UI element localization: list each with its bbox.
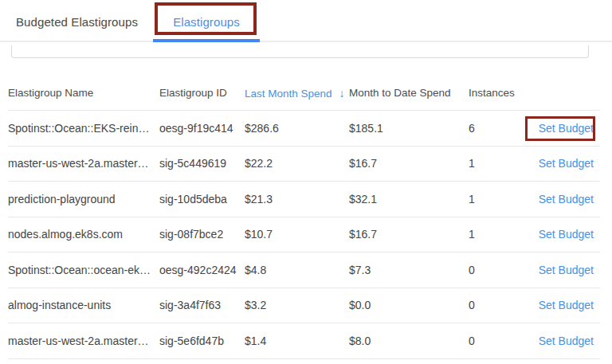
cell-instances: 0: [469, 335, 526, 347]
set-budget-link[interactable]: Set Budget: [539, 122, 594, 135]
set-budget-link[interactable]: Set Budget: [539, 264, 594, 276]
set-budget-link[interactable]: Set Budget: [539, 157, 594, 170]
cell-elastigroup-name: almog-instance-units: [8, 299, 159, 311]
cell-elastigroup-name: nodes.almog.ek8s.com: [8, 228, 159, 241]
cell-elastigroup-id: sig-5e6fd47b: [159, 335, 245, 347]
cell-last-month-spend: $1.4: [245, 335, 349, 347]
cell-month-to-date-spend: $32.1: [349, 193, 469, 205]
cell-last-month-spend: $21.3: [245, 193, 349, 205]
cell-actions: Set Budget: [526, 299, 600, 311]
table-header-row: Elastigroup Name Elastigroup ID Last Mon…: [8, 76, 600, 111]
cell-actions: Set Budget: [526, 122, 600, 135]
active-tab-underline: [153, 39, 260, 42]
col-header-last-month-spend-label[interactable]: Last Month Spend: [245, 88, 332, 100]
cell-month-to-date-spend: $16.7: [349, 157, 469, 170]
col-header-last-month-spend[interactable]: Last Month Spend↓: [245, 87, 349, 100]
table-row: Spotinst::Ocean::EKS-reinv… oesg-9f19c41…: [8, 111, 600, 147]
table-row: master-us-west-2a.masters… sig-5e6fd47b …: [8, 323, 600, 359]
col-header-month-to-date-spend[interactable]: Month to Date Spend: [349, 87, 469, 99]
set-budget-link[interactable]: Set Budget: [539, 228, 594, 241]
set-budget-link[interactable]: Set Budget: [539, 335, 594, 347]
cell-actions: Set Budget: [526, 157, 600, 170]
table-row: Spotinst::Ocean::ocean-eks… oesg-492c242…: [8, 252, 600, 288]
cell-last-month-spend: $22.2: [245, 157, 349, 170]
col-header-elastigroup-id[interactable]: Elastigroup ID: [159, 87, 245, 99]
cell-elastigroup-id: sig-5c449619: [159, 157, 245, 170]
tab-budgeted-elastigroups[interactable]: Budgeted Elastigroups: [16, 15, 138, 29]
set-budget-link[interactable]: Set Budget: [539, 299, 594, 311]
table-body: Spotinst::Ocean::EKS-reinv… oesg-9f19c41…: [8, 111, 600, 359]
cell-elastigroup-id: oesg-9f19c414: [159, 122, 245, 135]
cell-actions: Set Budget: [526, 228, 600, 241]
elastigroups-table: Elastigroup Name Elastigroup ID Last Mon…: [8, 76, 600, 359]
table-row: master-us-west-2a.masters… sig-5c449619 …: [8, 147, 600, 182]
cell-elastigroup-name: prediction-playground: [8, 193, 159, 205]
cell-month-to-date-spend: $185.1: [349, 122, 469, 135]
table-row: prediction-playground sig-10d5deba $21.3…: [8, 182, 600, 217]
cell-month-to-date-spend: $8.0: [349, 335, 469, 347]
cell-actions: Set Budget: [526, 264, 600, 276]
cell-actions: Set Budget: [526, 193, 600, 205]
cell-elastigroup-id: sig-10d5deba: [159, 193, 245, 205]
cell-last-month-spend: $10.7: [245, 228, 349, 241]
set-budget-link[interactable]: Set Budget: [539, 193, 594, 205]
table-row: almog-instance-units sig-3a4f7f63 $3.2 $…: [8, 288, 600, 324]
filter-input-partial[interactable]: [11, 45, 589, 58]
cell-month-to-date-spend: $7.3: [349, 264, 469, 276]
cell-elastigroup-name: master-us-west-2a.masters…: [8, 157, 159, 170]
cell-last-month-spend: $286.6: [245, 122, 349, 135]
cell-last-month-spend: $4.8: [245, 264, 349, 276]
cell-elastigroup-id: sig-08f7bce2: [159, 228, 245, 241]
tab-elastigroups[interactable]: Elastigroups: [153, 15, 260, 29]
cell-elastigroup-name: Spotinst::Ocean::ocean-eks…: [8, 264, 159, 276]
col-header-elastigroup-name[interactable]: Elastigroup Name: [8, 87, 159, 99]
table-row: nodes.almog.ek8s.com sig-08f7bce2 $10.7 …: [8, 217, 600, 253]
cell-month-to-date-spend: $0.0: [349, 299, 469, 311]
budgets-screen: Budgeted Elastigroups Elastigroups Elast…: [0, 0, 612, 364]
cell-elastigroup-id: oesg-492c2424: [159, 264, 245, 276]
cell-instances: 1: [469, 193, 526, 205]
cell-instances: 1: [469, 228, 526, 241]
cell-elastigroup-id: sig-3a4f7f63: [159, 299, 245, 311]
col-header-instances[interactable]: Instances: [469, 87, 526, 99]
tab-bar: Budgeted Elastigroups Elastigroups: [0, 0, 612, 42]
cell-instances: 6: [469, 122, 526, 135]
cell-instances: 0: [469, 299, 526, 311]
cell-elastigroup-name: master-us-west-2a.masters…: [8, 335, 159, 347]
cell-instances: 0: [469, 264, 526, 276]
cell-month-to-date-spend: $16.7: [349, 228, 469, 241]
cell-elastigroup-name: Spotinst::Ocean::EKS-reinv…: [8, 122, 159, 135]
cell-instances: 1: [469, 157, 526, 170]
sort-descending-icon[interactable]: ↓: [339, 87, 345, 100]
cell-last-month-spend: $3.2: [245, 299, 349, 311]
cell-actions: Set Budget: [526, 335, 600, 347]
